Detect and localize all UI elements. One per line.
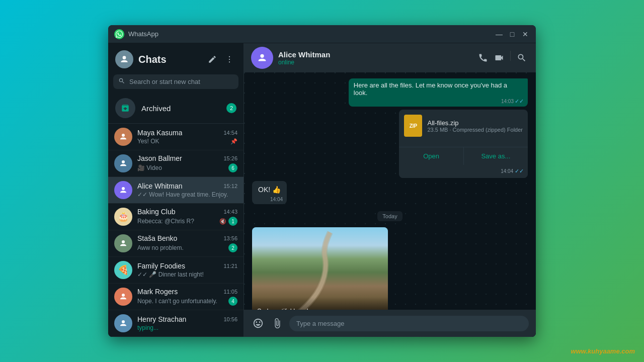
ok-bubble: OK! 👍 14:04 xyxy=(252,181,287,204)
photo-caption: So beautiful here! xyxy=(252,297,388,310)
chat-time: 14:54 xyxy=(223,130,237,136)
chat-avatar: 🍕 xyxy=(114,261,132,279)
chat-info: Staša Benko 13:56 Aww no problem. 2 xyxy=(137,234,237,252)
chat-avatar: 🎂 xyxy=(114,208,132,226)
chat-preview-row: Nope. I can't go unfortunately. 4 xyxy=(137,297,237,306)
user-avatar[interactable] xyxy=(115,50,133,68)
new-chat-button[interactable] xyxy=(205,52,219,66)
chat-time: 15:26 xyxy=(223,155,237,161)
chat-name: Maya Kasuma xyxy=(137,129,182,137)
svg-point-7 xyxy=(122,240,125,243)
chat-preview: Yes! OK xyxy=(137,138,227,145)
chat-name: Baking Club xyxy=(137,208,176,216)
chat-time: 11:05 xyxy=(223,289,237,295)
message-input[interactable] xyxy=(289,316,529,331)
chat-name: Henry Strachan xyxy=(137,315,186,323)
chat-messages: Here are all the files. Let me know once… xyxy=(244,72,536,310)
photo-bubble: So beautiful here! 15:06 xyxy=(252,227,388,310)
chat-list-item[interactable]: Alice Whitman 15:12 ✓✓ Wow! Have great t… xyxy=(108,177,244,204)
chat-preview: Nope. I can't go unfortunately. xyxy=(137,298,226,305)
main-content: Chats A xyxy=(108,43,536,337)
app-window: WhatsApp — □ ✕ Chats xyxy=(108,25,536,337)
chat-info: Maya Kasuma 14:54 Yes! OK 📌 xyxy=(137,129,237,145)
video-call-button[interactable] xyxy=(492,51,506,65)
chat-time: 14:43 xyxy=(223,209,237,215)
chat-info: Henry Strachan 10:56 typing... xyxy=(137,315,237,331)
archived-row[interactable]: Archived 2 xyxy=(108,93,244,124)
search-chat-button[interactable] xyxy=(515,51,529,65)
chat-time: 11:21 xyxy=(223,263,237,269)
chat-list-item[interactable]: 🎂 Baking Club 14:43 Rebecca: @Chris R? 🔇… xyxy=(108,204,244,230)
svg-point-4 xyxy=(122,134,125,137)
chat-preview-row: ✓✓ Wow! Have great time. Enjoy. xyxy=(137,191,237,198)
chat-name: Jason Ballmer xyxy=(137,154,182,162)
chat-name-row: Henry Strachan 10:56 xyxy=(137,315,237,323)
photo-image[interactable]: So beautiful here! 15:06 xyxy=(252,227,388,310)
unread-badge: 1 xyxy=(228,217,237,226)
chat-name: Alice Whitman xyxy=(137,182,182,190)
minimize-button[interactable]: — xyxy=(495,30,504,39)
chat-info: Baking Club 14:43 Rebecca: @Chris R? 🔇 1 xyxy=(137,208,237,226)
search-bar xyxy=(113,74,238,89)
contact-name: Alice Whitman xyxy=(278,50,471,59)
contact-avatar[interactable] xyxy=(251,47,273,69)
message-row-photo: So beautiful here! 15:06 ❤️ xyxy=(252,227,528,310)
maximize-button[interactable]: □ xyxy=(508,30,517,39)
chat-avatar xyxy=(114,128,132,146)
sidebar-title: Chats xyxy=(138,54,200,65)
chat-name-row: Mark Rogers 11:05 xyxy=(137,288,237,296)
sidebar: Chats A xyxy=(108,43,244,337)
archive-icon xyxy=(115,98,135,118)
voice-call-button[interactable] xyxy=(476,51,490,65)
svg-point-2 xyxy=(229,59,230,60)
chat-time: 13:56 xyxy=(223,235,237,241)
unread-badge: 2 xyxy=(228,243,237,252)
emoji-button[interactable] xyxy=(251,316,265,330)
close-button[interactable]: ✕ xyxy=(521,30,530,39)
chat-name-row: Staša Benko 13:56 xyxy=(137,234,237,242)
chat-preview-row: typing... xyxy=(137,324,237,331)
ok-time: 14:04 xyxy=(270,197,283,202)
more-options-button[interactable] xyxy=(222,52,236,66)
chat-list-item[interactable]: Mark Rogers 11:05 Nope. I can't go unfor… xyxy=(108,284,244,310)
unread-badge: 6 xyxy=(228,163,237,172)
chat-preview-row: Yes! OK 📌 xyxy=(137,138,237,145)
chat-header: Alice Whitman online xyxy=(244,43,536,72)
chat-header-info[interactable]: Alice Whitman online xyxy=(278,50,471,66)
save-file-button[interactable]: Save as... xyxy=(463,147,528,165)
chat-list-item[interactable]: Henry Strachan 10:56 typing... xyxy=(108,310,244,337)
message-time: 14:03 ✓✓ xyxy=(501,98,524,105)
unread-badge: 4 xyxy=(228,297,237,306)
chat-list: Maya Kasuma 14:54 Yes! OK 📌 Jason Ballme… xyxy=(108,124,244,337)
message-bubble: Here are all the files. Let me know once… xyxy=(349,78,528,107)
svg-point-0 xyxy=(123,56,126,59)
search-input[interactable] xyxy=(129,78,233,85)
svg-point-6 xyxy=(122,187,125,190)
file-bubble-inner: ZIP All-files.zip 23.5 MB · Compressed (… xyxy=(399,110,528,147)
svg-point-8 xyxy=(122,294,125,297)
chat-list-item[interactable]: Jason Ballmer 15:26 🎥 Video 6 xyxy=(108,150,244,177)
file-actions: Open Save as... xyxy=(399,147,528,165)
pin-icon: 📌 xyxy=(230,138,237,145)
chat-name-row: Jason Ballmer 15:26 xyxy=(137,154,237,162)
chat-list-item[interactable]: 🍕 Family Foodies 11:21 ✓✓ 🎤 Dinner last … xyxy=(108,257,244,284)
chat-avatar xyxy=(114,288,132,306)
chat-preview-row: Aww no problem. 2 xyxy=(137,243,237,252)
file-details: All-files.zip 23.5 MB · Compressed (zipp… xyxy=(427,119,523,133)
mute-icon: 🔇 xyxy=(219,218,226,225)
date-divider: Today xyxy=(252,211,528,220)
chat-avatar xyxy=(114,314,132,332)
attach-button[interactable] xyxy=(270,316,284,330)
open-file-button[interactable]: Open xyxy=(399,147,463,165)
titlebar-controls: — □ ✕ xyxy=(495,30,530,39)
chat-name-row: Family Foodies 11:21 xyxy=(137,262,237,270)
chat-list-item[interactable]: Staša Benko 13:56 Aww no problem. 2 xyxy=(108,230,244,257)
sidebar-actions xyxy=(205,52,236,66)
chat-preview: Rebecca: @Chris R? xyxy=(137,218,217,225)
chat-list-item[interactable]: Maya Kasuma 14:54 Yes! OK 📌 xyxy=(108,124,244,150)
ok-text: OK! 👍 xyxy=(258,186,281,194)
chat-info: Jason Ballmer 15:26 🎥 Video 6 xyxy=(137,154,237,172)
svg-point-9 xyxy=(122,320,125,323)
message-row-ok: OK! 👍 14:04 xyxy=(252,181,528,204)
svg-point-3 xyxy=(229,61,230,62)
